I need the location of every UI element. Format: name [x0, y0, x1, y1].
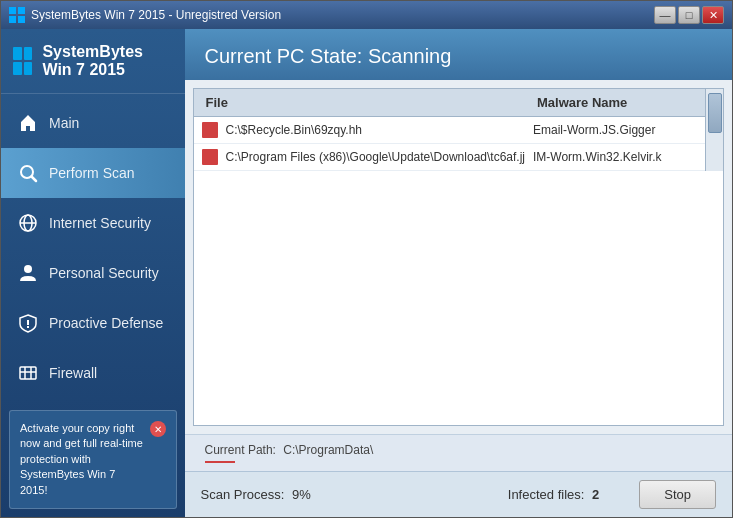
svg-rect-3 [18, 16, 25, 23]
stop-button[interactable]: Stop [639, 480, 716, 509]
activation-banner: Activate your copy right now and get ful… [9, 410, 177, 509]
svg-rect-0 [9, 7, 16, 14]
sidebar-item-internet-security[interactable]: Internet Security [1, 198, 185, 248]
path-underline [205, 461, 235, 463]
scan-icon [17, 162, 39, 184]
sidebar-label-firewall: Firewall [49, 365, 97, 381]
sidebar-item-proactive-defense[interactable]: Proactive Defense [1, 298, 185, 348]
content-panel: Current PC State: Scanning File Malware … [185, 29, 732, 517]
sidebar-item-main[interactable]: Main [1, 98, 185, 148]
firewall-icon [17, 362, 39, 384]
current-path-bar: Current Path: C:\ProgramData\ [185, 434, 732, 471]
globe-icon [17, 212, 39, 234]
content-title: Current PC State: Scanning [205, 45, 452, 67]
activation-close-button[interactable]: ✕ [150, 421, 166, 437]
scroll-thumb[interactable] [708, 93, 722, 133]
svg-rect-10 [27, 320, 29, 325]
home-icon [17, 112, 39, 134]
table-row: C:\$Recycle.Bin\69zqy.hh Email-Worm.JS.G… [194, 117, 705, 144]
close-button[interactable]: ✕ [702, 6, 724, 24]
title-bar-left: SystemBytes Win 7 2015 - Unregistred Ver… [9, 7, 281, 23]
main-window: SystemBytes Win 7 2015 - Unregistred Ver… [0, 0, 733, 518]
col-file-header: File [194, 95, 525, 110]
sidebar-label-perform-scan: Perform Scan [49, 165, 135, 181]
scan-process-text: Scan Process: 9% [201, 487, 311, 502]
table-header: File Malware Name [194, 89, 705, 117]
svg-rect-12 [20, 367, 36, 379]
sidebar-label-main: Main [49, 115, 79, 131]
svg-point-9 [24, 265, 32, 273]
table-row: C:\Program Files (x86)\Google\Update\Dow… [194, 144, 705, 171]
sidebar-label-internet-security: Internet Security [49, 215, 151, 231]
row-status-icon-0 [202, 122, 218, 138]
svg-rect-2 [9, 16, 16, 23]
sidebar-item-personal-security[interactable]: Personal Security [1, 248, 185, 298]
sidebar-label-personal-security: Personal Security [49, 265, 159, 281]
svg-line-5 [32, 177, 37, 182]
minimize-button[interactable]: — [654, 6, 676, 24]
row-file-0: C:\$Recycle.Bin\69zqy.hh [226, 123, 533, 137]
app-header: SystemBytes Win 7 2015 [1, 29, 185, 94]
table-body: C:\$Recycle.Bin\69zqy.hh Email-Worm.JS.G… [194, 117, 705, 171]
sidebar: SystemBytes Win 7 2015 Main [1, 29, 185, 517]
sidebar-label-proactive-defense: Proactive Defense [49, 315, 163, 331]
current-path-value: C:\ProgramData\ [283, 443, 373, 457]
infected-files-value: 2 [592, 487, 599, 502]
row-file-1: C:\Program Files (x86)\Google\Update\Dow… [226, 150, 533, 164]
sidebar-item-firewall[interactable]: Firewall [1, 348, 185, 398]
main-area: SystemBytes Win 7 2015 Main [1, 29, 732, 517]
scan-table: File Malware Name C:\$Recycle.Bin\69zqy.… [193, 88, 724, 426]
app-logo [13, 47, 32, 75]
scan-process-label: Scan Process: [201, 487, 285, 502]
row-malware-1: IM-Worm.Win32.Kelvir.k [533, 150, 705, 164]
table-scrollbar[interactable] [705, 89, 723, 171]
row-malware-0: Email-Worm.JS.Gigger [533, 123, 705, 137]
maximize-button[interactable]: □ [678, 6, 700, 24]
current-path-label: Current Path: [205, 443, 276, 457]
sidebar-item-perform-scan[interactable]: Perform Scan [1, 148, 185, 198]
scan-process-value: 9% [292, 487, 311, 502]
infected-files-label: Infected files: [508, 487, 585, 502]
app-title: SystemBytes Win 7 2015 [42, 43, 172, 79]
svg-rect-11 [27, 326, 29, 328]
activation-text: Activate your copy right now and get ful… [20, 421, 144, 498]
title-bar: SystemBytes Win 7 2015 - Unregistred Ver… [1, 1, 732, 29]
infected-files-text: Infected files: 2 [508, 487, 599, 502]
content-header: Current PC State: Scanning [185, 29, 732, 80]
window-controls: — □ ✕ [654, 6, 724, 24]
svg-rect-1 [18, 7, 25, 14]
title-bar-icon [9, 7, 25, 23]
row-status-icon-1 [202, 149, 218, 165]
status-bar: Scan Process: 9% Infected files: 2 Stop [185, 471, 732, 517]
person-icon [17, 262, 39, 284]
nav-items: Main Perform Scan [1, 94, 185, 402]
window-title: SystemBytes Win 7 2015 - Unregistred Ver… [31, 8, 281, 22]
shield-icon [17, 312, 39, 334]
col-malware-header: Malware Name [525, 95, 705, 110]
